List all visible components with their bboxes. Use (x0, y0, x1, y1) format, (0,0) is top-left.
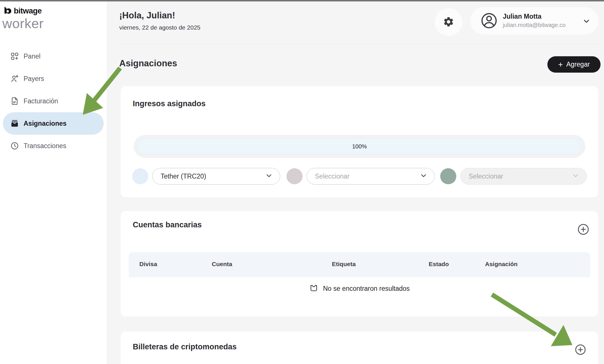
sidebar-item-label: Transacciones (24, 142, 66, 150)
page-title: Asignaciones (119, 58, 177, 69)
column-header-asignacion: Asignación (485, 261, 518, 268)
sidebar-item-transacciones[interactable]: Transacciones (0, 135, 107, 157)
crypto-wallets-card: Billeteras de criptomonedas (121, 332, 598, 364)
current-date: viernes, 22 de agosto de 2025 (119, 24, 201, 31)
user-plus-icon (10, 74, 19, 83)
gear-icon (443, 16, 454, 28)
allocation-progress-bar: 100% (137, 138, 582, 154)
sidebar-item-facturacion[interactable]: Facturación (0, 90, 107, 112)
sidebar-item-asignaciones[interactable]: Asignaciones (3, 112, 104, 135)
allocation-swatch-3 (440, 168, 456, 184)
allocation-progress-track: 100% (134, 135, 585, 158)
sidebar: bitwage worker Panel (0, 1, 107, 364)
allocation-swatch-2 (286, 168, 303, 184)
currency-select-1-value: Tether (TRC20) (161, 173, 265, 180)
sidebar-item-label: Panel (24, 53, 41, 60)
invoice-icon (10, 97, 19, 105)
column-header-cuenta: Cuenta (212, 261, 232, 268)
plus-circle-icon (577, 232, 590, 237)
sidebar-item-label: Facturación (24, 97, 58, 105)
bank-accounts-card: Cuentas bancarias Divisa Cuenta Etiqueta… (121, 211, 598, 317)
sidebar-item-payers[interactable]: Payers (0, 67, 107, 90)
crypto-card-title: Billeteras de criptomonedas (133, 342, 237, 351)
logo-product-text: worker (2, 16, 44, 31)
user-name: Julian Motta (503, 13, 541, 20)
allocation-progress-label: 100% (352, 143, 367, 150)
bitwage-b-icon (3, 6, 12, 16)
column-header-estado: Estado (429, 261, 449, 268)
clock-icon (10, 142, 19, 150)
wallet-icon (10, 119, 19, 128)
add-button-label: Agregar (566, 61, 590, 68)
plus-icon: + (558, 61, 563, 69)
user-menu[interactable]: Julian Motta julian.motta@bitwage.co (470, 7, 598, 34)
bitwage-worker-dashboard: bitwage worker Panel (0, 0, 604, 364)
user-email: julian.motta@bitwage.co (503, 22, 565, 28)
currency-select-2[interactable]: Seleccionar (307, 168, 435, 185)
column-header-divisa: Divisa (139, 261, 157, 268)
empty-state-message: No se encontraron resultados (323, 285, 410, 293)
allocation-swatch-1 (132, 168, 148, 184)
sidebar-item-label: Payers (24, 75, 44, 83)
currency-select-3[interactable]: Seleccionar (460, 168, 587, 185)
avatar (480, 11, 498, 31)
column-header-etiqueta: Etiqueta (332, 261, 356, 268)
add-bank-account-button[interactable] (577, 223, 590, 236)
currency-select-2-value: Seleccionar (315, 173, 420, 180)
header-divider (119, 44, 598, 44)
dashboard-icon (10, 52, 19, 61)
sidebar-item-panel[interactable]: Panel (0, 45, 107, 67)
bank-card-title: Cuentas bancarias (133, 220, 202, 229)
allocation-row: Tether (TRC20) Seleccionar Seleccionar (132, 168, 587, 185)
logo-brand-text: bitwage (14, 7, 42, 16)
greeting-title: ¡Hola, Julian! (119, 10, 175, 21)
bank-table-header: Divisa Cuenta Etiqueta Estado Asignación (129, 252, 590, 277)
settings-button[interactable] (435, 8, 462, 36)
inbox-icon (309, 283, 318, 294)
chevron-down-icon (265, 172, 273, 181)
sidebar-item-label: Asignaciones (24, 120, 67, 127)
currency-select-3-value: Seleccionar (469, 173, 572, 180)
sidebar-nav: Panel Payers (0, 45, 107, 157)
income-card-title: Ingresos asignados (133, 99, 206, 108)
bitwage-worker-logo: bitwage worker (3, 6, 44, 31)
add-assignment-button[interactable]: + Agregar (547, 56, 601, 73)
plus-circle-icon (574, 352, 586, 357)
chevron-down-icon (420, 172, 428, 181)
add-crypto-wallet-button[interactable] (574, 344, 587, 356)
empty-state: No se encontraron resultados (121, 283, 598, 294)
currency-select-1[interactable]: Tether (TRC20) (152, 168, 280, 185)
chevron-down-icon (572, 172, 580, 181)
chevron-down-icon (582, 17, 591, 27)
assigned-income-card: Ingresos asignados 100% Tether (TRC20) S… (121, 86, 598, 198)
